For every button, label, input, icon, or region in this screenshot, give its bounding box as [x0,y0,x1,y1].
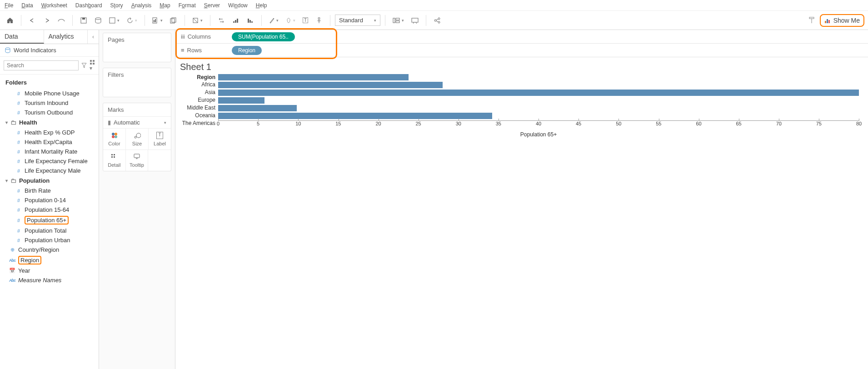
bar[interactable] [218,113,492,119]
svg-rect-1 [82,18,85,20]
menu-format[interactable]: Format [179,2,196,9]
tab-analytics[interactable]: Analytics [44,30,88,44]
marks-tooltip[interactable]: Tooltip [126,150,149,171]
sort-asc-button[interactable] [229,14,242,27]
folder-item[interactable]: #Mobile Phone Usage [0,89,99,98]
x-tick-label: 60 [696,121,701,126]
menu-story[interactable]: Story [110,2,123,9]
home-button[interactable] [4,14,16,27]
redo-button[interactable] [40,14,53,27]
guide-button[interactable] [805,14,818,27]
field-item[interactable]: #Population Total [0,226,99,235]
field-item[interactable]: #Life Expectancy Female [0,156,99,166]
menu-analysis[interactable]: Analysis [131,2,152,9]
tab-data[interactable]: Data [0,30,44,44]
marks-label[interactable]: T Label [149,129,171,150]
mark-type-select[interactable]: ▮Automatic ▾ [103,116,171,129]
field-item[interactable]: #Population 65+ [0,214,99,226]
marks-size[interactable]: Size [126,129,149,150]
svg-rect-3 [110,18,115,23]
bar[interactable] [218,82,443,88]
field-item[interactable]: #Population 15-64 [0,205,99,214]
filters-shelf[interactable]: Filters [103,68,171,97]
x-axis-label: Population 65+ [218,131,859,138]
rows-shelf[interactable]: ≡Rows Region [175,44,868,57]
svg-rect-33 [828,20,830,23]
svg-line-10 [193,18,198,23]
marks-color[interactable]: Color [103,129,126,150]
folder-item[interactable]: #Tourism Outbound [0,108,99,117]
revert-button[interactable] [55,14,68,27]
bar[interactable] [218,105,297,111]
svg-rect-12 [235,20,236,23]
marks-detail[interactable]: Detail [103,150,126,171]
swap-button[interactable] [215,14,228,27]
clear-button[interactable]: ▾ [190,14,205,27]
bar[interactable] [218,97,264,104]
show-me-button[interactable]: Show Me [820,14,864,27]
datasource-label: World Indicators [14,47,56,54]
detail-icon [110,153,118,160]
svg-rect-18 [393,18,395,23]
x-tick-label: 20 [375,121,381,126]
save-button[interactable] [77,14,90,27]
datasource-icon [5,47,11,54]
rows-pill[interactable]: Region [232,46,262,55]
svg-rect-15 [249,20,251,23]
svg-point-41 [112,135,115,138]
search-input[interactable] [4,60,79,70]
label-toggle-button[interactable]: T [300,14,311,27]
autosave-button[interactable]: ▾ [106,14,122,27]
menu-data[interactable]: Data [21,2,33,9]
y-axis-header: Region [177,74,218,81]
field-item[interactable]: AbcRegion [0,254,99,266]
menu-server[interactable]: Server [204,2,220,9]
show-cards-button[interactable]: ▾ [390,14,407,27]
field-item[interactable]: #Health Exp/Capita [0,137,99,147]
undo-button[interactable] [26,14,39,27]
group-button[interactable]: ▾ [283,14,298,27]
presentation-button[interactable] [409,14,421,27]
field-item[interactable]: #Population Urban [0,235,99,245]
fit-mode-select[interactable]: Standard ▾ [335,15,380,26]
pin-button[interactable] [313,14,325,27]
bar[interactable] [218,74,409,80]
sort-desc-button[interactable] [244,14,257,27]
new-worksheet-button[interactable]: ▾ [150,14,165,27]
field-item[interactable]: #Health Exp % GDP [0,128,99,137]
menu-help[interactable]: Help [256,2,267,9]
menu-dashboard[interactable]: Dashboard [75,2,102,9]
sheet-title[interactable]: Sheet 1 [180,62,859,72]
field-item[interactable]: #Life Expectancy Male [0,166,99,175]
menu-window[interactable]: Window [228,2,248,9]
datasource-row[interactable]: World Indicators [0,44,99,57]
menu-map[interactable]: Map [160,2,170,9]
columns-pill[interactable]: SUM(Population 65.. [232,32,295,41]
folder-item[interactable]: #Tourism Inbound [0,98,99,108]
menu-worksheet[interactable]: Worksheet [41,2,67,9]
share-button[interactable] [431,14,444,27]
menu-file[interactable]: File [5,2,13,9]
y-tick-label: Europe [177,97,218,105]
bar[interactable] [218,90,859,96]
folder-group[interactable]: ▾🗀Population [0,175,99,186]
highlight-button[interactable]: ▾ [266,14,281,27]
field-item[interactable]: 📅Year [0,266,99,275]
refresh-button[interactable]: ▾ [124,14,140,27]
new-datasource-button[interactable] [92,14,105,27]
pages-shelf[interactable]: Pages [103,33,171,62]
filter-icon[interactable] [81,63,87,68]
field-item[interactable]: #Birth Rate [0,186,99,195]
collapse-sidebar-icon[interactable]: ‹ [88,30,99,44]
field-item[interactable]: #Population 0-14 [0,195,99,205]
folder-group[interactable]: ▾🗀Health [0,117,99,128]
field-item[interactable]: AbcMeasure Names [0,275,99,285]
columns-shelf[interactable]: iiiColumns SUM(Population 65.. [175,30,868,44]
field-item[interactable]: ⊕Country/Region [0,245,99,254]
view-icon[interactable]: ▾ [90,60,95,71]
worksheet-area: iiiColumns SUM(Population 65.. ≡Rows Reg… [175,30,868,369]
svg-rect-16 [251,21,253,23]
duplicate-button[interactable] [167,14,180,27]
svg-rect-35 [90,60,92,62]
field-item[interactable]: #Infant Mortality Rate [0,147,99,156]
